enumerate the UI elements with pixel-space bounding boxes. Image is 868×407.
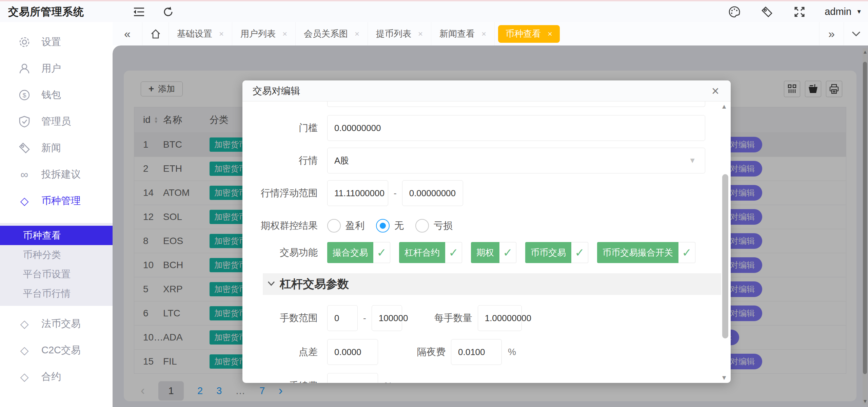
toggle-leverage-contract[interactable]: 杠杆合约 ✓: [399, 242, 462, 263]
tab-close-icon[interactable]: ×: [355, 29, 359, 39]
sidebar-item-label: 新闻: [41, 141, 61, 155]
refresh-icon[interactable]: [161, 4, 176, 19]
tab-label: 提币列表: [376, 28, 411, 40]
tab-close-icon[interactable]: ×: [418, 29, 423, 39]
tab-user-list[interactable]: 用户列表 ×: [232, 22, 296, 45]
tab-close-icon[interactable]: ×: [219, 29, 224, 39]
user-caret-icon: ▼: [856, 8, 862, 15]
percent-unit: %: [508, 347, 516, 357]
top-header: 交易所管理系统: [0, 0, 868, 22]
theme-palette-icon[interactable]: [727, 4, 742, 19]
lots-from-input[interactable]: 0: [327, 305, 358, 331]
tabs-scroll-right-icon[interactable]: »: [819, 22, 844, 45]
gear-icon: [18, 35, 31, 49]
sidebar-item-label: 用户: [41, 62, 61, 75]
lots-to-input[interactable]: 100000: [372, 305, 402, 331]
sidebar-item-wallet[interactable]: $ 钱包: [0, 82, 113, 108]
tab-close-icon[interactable]: ×: [481, 29, 486, 39]
tab-close-icon[interactable]: ×: [282, 29, 287, 39]
tab-news-view[interactable]: 新闻查看 ×: [431, 22, 495, 45]
tab-close-icon[interactable]: ×: [548, 29, 552, 39]
sidebar-item-coin-management[interactable]: ◇ 币种管理: [0, 188, 113, 214]
tab-member-relations[interactable]: 会员关系图 ×: [296, 22, 368, 45]
field-label: 每手数量: [434, 312, 472, 325]
modal-scroll-down-icon[interactable]: ▼: [721, 374, 727, 382]
dollar-circle-icon: $: [18, 88, 31, 102]
submenu-item-coin-view[interactable]: 币种查看: [0, 226, 113, 245]
sidebar-collapse-icon[interactable]: [132, 4, 146, 19]
float-range-from-input[interactable]: 11.11000000: [327, 180, 388, 206]
sidebar-item-news[interactable]: 新闻: [0, 135, 113, 161]
tag-icon: [18, 141, 31, 155]
range-separator: -: [363, 313, 366, 323]
threshold-input[interactable]: 0.00000000: [327, 115, 705, 141]
sidebar-item-admins[interactable]: 管理员: [0, 108, 113, 135]
gem-icon: ◇: [18, 317, 31, 331]
sidebar-item-suggestions[interactable]: ∞ 投拆建议: [0, 161, 113, 188]
user-name: admin: [825, 6, 851, 17]
leverage-params-section-header[interactable]: 杠杆交易参数: [263, 273, 721, 295]
submenu-item-platform-coin-settings[interactable]: 平台币设置: [0, 264, 113, 284]
sidebar-item-contract[interactable]: ◇ 合约: [0, 364, 113, 390]
submenu-label: 币种查看: [23, 229, 61, 242]
tab-basic-settings[interactable]: 基础设置 ×: [169, 22, 232, 45]
svg-text:$: $: [23, 92, 26, 99]
sidebar-item-users[interactable]: 用户: [0, 55, 113, 82]
coin-management-submenu: 币种查看 币种分类 平台币设置 平台币行情: [0, 223, 113, 306]
field-label: 点差: [246, 345, 327, 359]
radio-none[interactable]: 无: [376, 219, 404, 233]
header-right: admin ▼: [727, 1, 862, 22]
field-label: 隔夜费: [417, 346, 446, 358]
fee-input[interactable]: 0.0100: [327, 373, 378, 383]
market-select-value: A股: [334, 155, 349, 167]
tag-icon[interactable]: [760, 4, 774, 19]
modal-scrollbar-thumb[interactable]: [722, 174, 728, 338]
home-tab-icon[interactable]: [142, 22, 169, 45]
per-lot-input[interactable]: 1.00000000: [478, 305, 522, 331]
sidebar-item-settings[interactable]: 设置: [0, 29, 113, 55]
tab-withdraw-list[interactable]: 提币列表 ×: [368, 22, 431, 45]
tabs-scroll-left-icon[interactable]: «: [113, 22, 142, 45]
sidebar-item-fiat-trade[interactable]: ◇ 法币交易: [0, 311, 113, 337]
tab-label: 会员关系图: [304, 28, 348, 40]
user-menu[interactable]: admin ▼: [825, 6, 862, 17]
range-separator: -: [394, 188, 397, 199]
sidebar-item-label: 管理员: [41, 115, 71, 128]
market-select[interactable]: A股 ▼: [327, 148, 705, 173]
trade-feature-toggles: 撮合交易 ✓ 杠杆合约 ✓ 期权 ✓ 币币交易 ✓: [327, 242, 695, 263]
toggle-options[interactable]: 期权 ✓: [471, 242, 516, 263]
check-icon: ✓: [571, 242, 588, 263]
overnight-fee-input[interactable]: 0.0100: [451, 339, 502, 365]
modal-scroll-up-icon[interactable]: ▲: [721, 103, 727, 110]
chevron-down-icon: ▼: [689, 156, 696, 165]
submenu-label: 平台币设置: [23, 268, 71, 281]
toggle-matching-trade[interactable]: 撮合交易 ✓: [327, 242, 390, 263]
field-label: 手续费: [246, 379, 327, 383]
float-range-to-input[interactable]: 0.00000000: [402, 180, 463, 206]
radio-loss[interactable]: 亏损: [415, 219, 453, 233]
submenu-label: 币种分类: [23, 248, 61, 261]
link-icon: ∞: [18, 168, 31, 181]
option-control-radios: 盈利 无 亏损: [327, 219, 453, 233]
tabs-menu-icon[interactable]: [844, 22, 868, 45]
toggle-spot-trade[interactable]: 币币交易 ✓: [525, 242, 588, 263]
sidebar-item-c2c-trade[interactable]: ◇ C2C交易: [0, 337, 113, 364]
modal-close-icon[interactable]: ×: [712, 85, 719, 97]
sidebar-item-label: 钱包: [41, 88, 61, 102]
fullscreen-icon[interactable]: [792, 4, 807, 19]
radio-profit[interactable]: 盈利: [327, 219, 364, 233]
field-label: 行情浮动范围: [246, 186, 327, 200]
spread-input[interactable]: 0.0000: [327, 339, 378, 365]
chevron-down-icon: [268, 281, 275, 287]
modal-title: 交易对编辑: [253, 85, 300, 97]
sidebar-item-label: 投拆建议: [41, 168, 81, 181]
tab-coin-view[interactable]: 币种查看 ×: [498, 25, 560, 43]
submenu-item-coin-category[interactable]: 币种分类: [0, 245, 113, 264]
gem-icon: ◇: [18, 344, 31, 357]
pair-edit-modal: 交易对编辑 × 门槛 0.00000000 行情 A股 ▼ 行情浮动范围 11.…: [242, 80, 731, 383]
check-icon: ✓: [499, 242, 516, 263]
cutoff-input[interactable]: [327, 101, 705, 107]
toggle-spot-matching-switch[interactable]: 币币交易撮合开关 ✓: [597, 242, 695, 263]
tab-label: 币种查看: [506, 28, 541, 40]
submenu-item-platform-coin-market[interactable]: 平台币行情: [0, 284, 113, 303]
